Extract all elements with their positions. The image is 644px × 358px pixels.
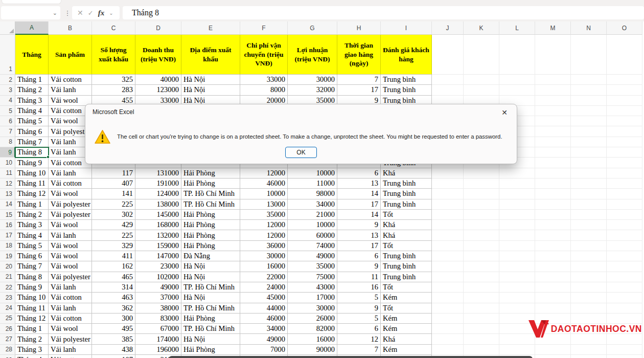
cell-A13[interactable]: Tháng 12 [15, 189, 49, 199]
cell-D24[interactable]: 38000 [135, 303, 181, 314]
cell-D15[interactable]: 145000 [135, 210, 181, 220]
row-header-25[interactable]: 25 [0, 314, 15, 324]
cell-I20[interactable]: Trung bình [381, 261, 432, 272]
cell-E11[interactable]: Hải Phòng [181, 168, 240, 178]
cell-A14[interactable]: Tháng 1 [15, 199, 49, 210]
cell-O6[interactable] [607, 116, 642, 126]
column-header-L[interactable]: L [499, 21, 535, 35]
cell-A9[interactable]: Tháng 8 [15, 147, 49, 158]
cell-K3[interactable] [464, 85, 499, 95]
cell-F12[interactable]: 46000 [240, 178, 288, 189]
row-header-15[interactable]: 15 [0, 210, 15, 220]
cell-M17[interactable] [535, 230, 571, 240]
column-header-F[interactable]: F [240, 21, 288, 35]
cell-A10[interactable]: Tháng 9 [15, 158, 49, 168]
cell-C15[interactable]: 302 [92, 210, 135, 220]
row-header-3[interactable]: 3 [0, 85, 15, 95]
cell-A23[interactable]: Tháng 10 [15, 293, 49, 303]
cell-N6[interactable] [571, 116, 607, 126]
cell-M23[interactable] [535, 293, 571, 303]
cell-O28[interactable] [607, 345, 642, 355]
cell-D2[interactable]: 40000 [135, 75, 181, 85]
cell-B22[interactable]: Vải lanh [49, 282, 92, 293]
cell-M6[interactable] [535, 116, 571, 126]
column-header-J[interactable]: J [432, 21, 464, 35]
cell-M10[interactable] [535, 158, 571, 168]
cell-A3[interactable]: Tháng 2 [15, 85, 49, 95]
cell-M14[interactable] [535, 199, 571, 210]
cell-H16[interactable]: 9 [337, 220, 381, 230]
formula-dropdown-icon[interactable]: ⌄ [109, 10, 113, 16]
cell-A27[interactable]: Tháng 2 [15, 334, 49, 344]
cell-C29[interactable]: 107 [92, 355, 135, 358]
cell-G24[interactable]: 30000 [288, 303, 337, 314]
row-header-29[interactable]: 29 [0, 355, 15, 358]
cell-A1[interactable]: Tháng [15, 35, 49, 75]
cell-J12[interactable] [432, 178, 464, 189]
cell-K24[interactable] [464, 303, 499, 314]
column-header-N[interactable]: N [571, 21, 607, 35]
row-header-23[interactable]: 23 [0, 293, 15, 303]
cell-C17[interactable]: 225 [92, 230, 135, 240]
row-header-20[interactable]: 20 [0, 261, 15, 272]
cell-B16[interactable]: Vải wool [49, 220, 92, 230]
cell-F26[interactable]: 34000 [240, 324, 288, 334]
cell-L24[interactable] [499, 303, 535, 314]
cell-M22[interactable] [535, 282, 571, 293]
cell-F1[interactable]: Chi phí vận chuyển (triệu VNĐ) [240, 35, 288, 75]
cell-B20[interactable]: Vải wool [49, 261, 92, 272]
cell-I2[interactable]: Trung bình [381, 75, 432, 85]
cell-H27[interactable]: 12 [337, 334, 381, 344]
cell-K25[interactable] [464, 314, 499, 324]
cell-I15[interactable]: Tốt [381, 210, 432, 220]
cell-K20[interactable] [464, 261, 499, 272]
cell-N5[interactable] [571, 106, 607, 116]
cell-F25[interactable]: 46000 [240, 314, 288, 324]
cell-O24[interactable] [607, 303, 642, 314]
cell-A25[interactable]: Tháng 12 [15, 314, 49, 324]
cell-J28[interactable] [432, 345, 464, 355]
cell-J17[interactable] [432, 230, 464, 240]
cell-C1[interactable]: Số lượng xuất khẩu [92, 35, 135, 75]
cell-A29[interactable]: Tháng 4 [15, 355, 49, 358]
cell-B19[interactable]: Vải wool [49, 251, 92, 261]
cell-I11[interactable]: Khá [381, 168, 432, 178]
cell-L21[interactable] [499, 272, 535, 282]
row-header-9[interactable]: 9 [0, 147, 15, 158]
cell-A28[interactable]: Tháng 3 [15, 345, 49, 355]
cell-O18[interactable] [607, 241, 642, 251]
cell-F13[interactable]: 10000 [240, 189, 288, 199]
cell-H19[interactable]: 6 [337, 251, 381, 261]
cell-M7[interactable] [535, 126, 571, 137]
cell-K1[interactable] [464, 35, 499, 75]
cell-D13[interactable]: 124000 [135, 189, 181, 199]
cell-K2[interactable] [464, 75, 499, 85]
cell-A22[interactable]: Tháng 9 [15, 282, 49, 293]
cell-E26[interactable]: TP. Hồ Chí Minh [181, 324, 240, 334]
cell-N23[interactable] [571, 293, 607, 303]
cell-L3[interactable] [499, 85, 535, 95]
cell-G23[interactable]: 17000 [288, 293, 337, 303]
cell-L28[interactable] [499, 345, 535, 355]
cell-O22[interactable] [607, 282, 642, 293]
cell-H21[interactable]: 11 [337, 272, 381, 282]
cell-G19[interactable]: 49000 [288, 251, 337, 261]
cell-A24[interactable]: Tháng 11 [15, 303, 49, 314]
cell-O21[interactable] [607, 272, 642, 282]
cell-F3[interactable]: 8000 [240, 85, 288, 95]
cell-G15[interactable]: 21000 [288, 210, 337, 220]
column-header-K[interactable]: K [464, 21, 499, 35]
cell-F17[interactable]: 12000 [240, 230, 288, 240]
cell-O3[interactable] [607, 85, 642, 95]
cell-K17[interactable] [464, 230, 499, 240]
cell-D20[interactable]: 23000 [135, 261, 181, 272]
cell-B2[interactable]: Vải cotton [49, 75, 92, 85]
cell-M28[interactable] [535, 345, 571, 355]
cell-C20[interactable]: 162 [92, 261, 135, 272]
cell-G27[interactable]: 16000 [288, 334, 337, 344]
cell-D11[interactable]: 131000 [135, 168, 181, 178]
cell-E2[interactable]: Hà Nội [181, 75, 240, 85]
cell-D17[interactable]: 132000 [135, 230, 181, 240]
column-header-D[interactable]: D [135, 21, 181, 35]
cell-L23[interactable] [499, 293, 535, 303]
